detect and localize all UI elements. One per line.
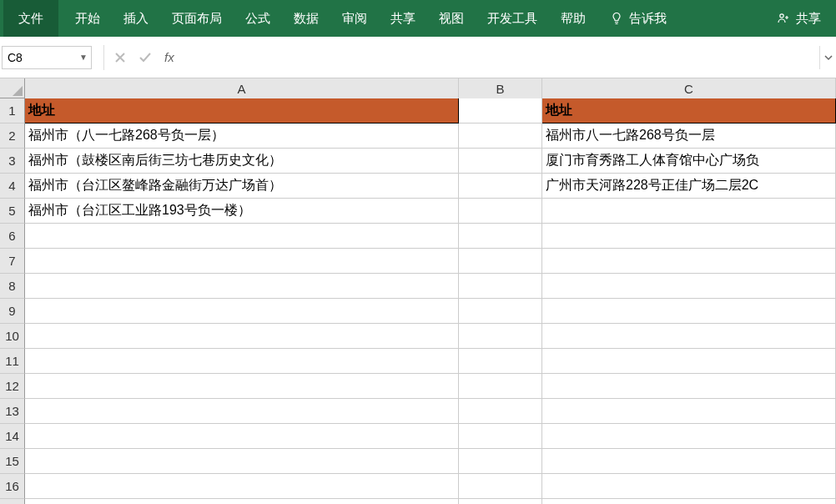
tab-page-layout[interactable]: 页面布局	[160, 0, 234, 37]
cell-C6[interactable]	[542, 224, 836, 249]
share-button[interactable]: 共享	[764, 0, 833, 37]
row-14	[25, 424, 836, 449]
row-header-4[interactable]: 4	[0, 174, 25, 199]
name-box[interactable]: C8 ▼	[2, 46, 92, 69]
cell-B9[interactable]	[459, 299, 542, 324]
cell-B7[interactable]	[459, 249, 542, 274]
tab-review[interactable]: 审阅	[330, 0, 379, 37]
cell-B16[interactable]	[459, 474, 542, 499]
cell-A1[interactable]: 地址	[25, 98, 459, 123]
select-all-corner[interactable]	[0, 78, 25, 98]
row-4: 福州市（台江区鳌峰路金融街万达广场首）广州市天河路228号正佳广场二层2C	[25, 174, 836, 199]
cell-B4[interactable]	[459, 174, 542, 199]
cell-A9[interactable]	[25, 299, 459, 324]
cell-B14[interactable]	[459, 424, 542, 449]
cell-B15[interactable]	[459, 449, 542, 474]
col-header-B[interactable]: B	[459, 78, 542, 98]
row-header-11[interactable]: 11	[0, 349, 25, 374]
cell-C13[interactable]	[542, 399, 836, 424]
cell-C12[interactable]	[542, 374, 836, 399]
tab-home[interactable]: 开始	[63, 0, 112, 37]
cell-C2[interactable]: 福州市八一七路268号负一层	[542, 123, 836, 149]
cell-C1[interactable]: 地址	[542, 98, 836, 123]
svg-point-0	[780, 14, 783, 18]
cell-C8[interactable]	[542, 274, 836, 299]
tab-data[interactable]: 数据	[282, 0, 330, 37]
row-5: 福州市（台江区工业路193号负一楼）	[25, 199, 836, 224]
cell-A14[interactable]	[25, 424, 459, 449]
row-header-6[interactable]: 6	[0, 224, 25, 249]
cancel-formula-button[interactable]	[108, 46, 133, 69]
cell-A10[interactable]	[25, 324, 459, 349]
cell-B10[interactable]	[459, 324, 542, 349]
cell-C11[interactable]	[542, 349, 836, 374]
cell-C14[interactable]	[542, 424, 836, 449]
tell-me[interactable]: 告诉我	[597, 0, 678, 37]
cell-B6[interactable]	[459, 224, 542, 249]
cell-C10[interactable]	[542, 324, 836, 349]
cell-A12[interactable]	[25, 374, 459, 399]
cell-B5[interactable]	[459, 199, 542, 224]
cell-C4[interactable]: 广州市天河路228号正佳广场二层2C	[542, 174, 836, 199]
row-header-14[interactable]: 14	[0, 424, 25, 449]
row-header-15[interactable]: 15	[0, 449, 25, 474]
row-header-8[interactable]: 8	[0, 274, 25, 299]
cell-B2[interactable]	[459, 123, 542, 149]
row-header-2[interactable]: 2	[0, 123, 25, 149]
tab-share[interactable]: 共享	[379, 0, 427, 37]
cells-area[interactable]: 地址地址福州市（八一七路268号负一层）福州市八一七路268号负一层福州市（鼓楼…	[25, 98, 836, 504]
enter-formula-button[interactable]	[133, 46, 158, 69]
cell-B12[interactable]	[459, 374, 542, 399]
cell-C17[interactable]	[542, 499, 836, 504]
column-headers: A B C	[0, 78, 836, 98]
formula-input[interactable]	[181, 46, 819, 69]
cell-A8[interactable]	[25, 274, 459, 299]
cell-C15[interactable]	[542, 449, 836, 474]
cell-A2[interactable]: 福州市（八一七路268号负一层）	[25, 123, 459, 149]
fx-icon[interactable]: fx	[158, 50, 181, 64]
cell-B13[interactable]	[459, 399, 542, 424]
tab-formulas[interactable]: 公式	[234, 0, 282, 37]
col-header-C[interactable]: C	[542, 78, 836, 98]
tab-view[interactable]: 视图	[427, 0, 476, 37]
cell-A17[interactable]	[25, 499, 459, 504]
cell-B17[interactable]	[459, 499, 542, 504]
row-header-13[interactable]: 13	[0, 399, 25, 424]
cell-A15[interactable]	[25, 449, 459, 474]
tell-me-label: 告诉我	[629, 11, 667, 27]
cell-B3[interactable]	[459, 149, 542, 174]
cell-C16[interactable]	[542, 474, 836, 499]
tab-insert[interactable]: 插入	[112, 0, 160, 37]
tab-file[interactable]: 文件	[3, 0, 58, 37]
cell-A4[interactable]: 福州市（台江区鳌峰路金融街万达广场首）	[25, 174, 459, 199]
row-header-1[interactable]: 1	[0, 98, 25, 123]
dropdown-arrow-icon[interactable]: ▼	[79, 53, 88, 62]
cell-C9[interactable]	[542, 299, 836, 324]
row-header-17[interactable]: 17	[0, 499, 25, 504]
cell-A6[interactable]	[25, 224, 459, 249]
row-header-3[interactable]: 3	[0, 149, 25, 174]
cell-C5[interactable]	[542, 199, 836, 224]
tab-help[interactable]: 帮助	[549, 0, 597, 37]
col-header-A[interactable]: A	[25, 78, 459, 98]
cell-C7[interactable]	[542, 249, 836, 274]
row-header-7[interactable]: 7	[0, 249, 25, 274]
row-header-5[interactable]: 5	[0, 199, 25, 224]
cell-B11[interactable]	[459, 349, 542, 374]
row-header-12[interactable]: 12	[0, 374, 25, 399]
row-header-9[interactable]: 9	[0, 299, 25, 324]
cell-A13[interactable]	[25, 399, 459, 424]
cell-C3[interactable]: 厦门市育秀路工人体育馆中心广场负	[542, 149, 836, 174]
cell-B8[interactable]	[459, 274, 542, 299]
cell-A16[interactable]	[25, 474, 459, 499]
expand-formula-icon[interactable]	[819, 46, 836, 69]
cell-A7[interactable]	[25, 249, 459, 274]
cell-A5[interactable]: 福州市（台江区工业路193号负一楼）	[25, 199, 459, 224]
row-header-10[interactable]: 10	[0, 324, 25, 349]
tab-developer[interactable]: 开发工具	[476, 0, 549, 37]
cell-A3[interactable]: 福州市（鼓楼区南后街三坊七巷历史文化）	[25, 149, 459, 174]
cell-B1[interactable]	[459, 98, 542, 123]
name-box-value: C8	[8, 51, 23, 64]
row-header-16[interactable]: 16	[0, 474, 25, 499]
cell-A11[interactable]	[25, 349, 459, 374]
